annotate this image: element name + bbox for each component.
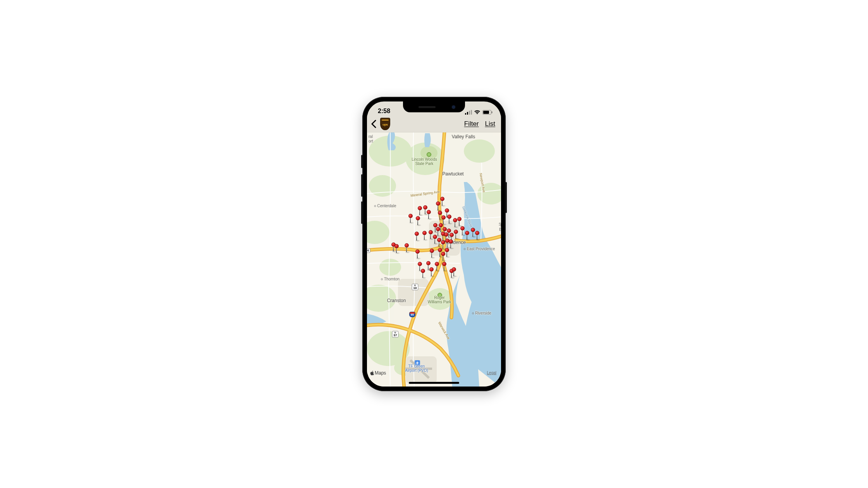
svg-rect-3 [471, 110, 472, 115]
volume-up [361, 174, 363, 197]
park-marker [427, 152, 431, 157]
location-pin[interactable] [394, 244, 399, 253]
location-pin[interactable] [404, 243, 409, 253]
svg-rect-5 [483, 111, 489, 114]
back-button[interactable] [369, 118, 378, 130]
airport-icon [415, 360, 420, 366]
location-pin[interactable] [451, 267, 456, 277]
location-pin[interactable] [442, 262, 446, 271]
route-shield: 6 [367, 248, 370, 253]
cellular-icon [465, 110, 472, 115]
location-pin[interactable] [460, 226, 465, 235]
location-pin[interactable] [448, 239, 453, 249]
home-indicator[interactable] [409, 382, 459, 384]
svg-point-10 [369, 175, 396, 197]
park-marker [437, 293, 442, 297]
ups-logo-text: ups [382, 123, 388, 126]
location-pin[interactable] [415, 216, 420, 225]
svg-rect-1 [467, 112, 468, 115]
front-camera [452, 105, 455, 109]
location-pin[interactable] [414, 232, 419, 241]
volume-down [361, 201, 363, 224]
svg-rect-0 [465, 113, 466, 115]
mute-switch [361, 155, 363, 168]
notch [403, 101, 465, 112]
battery-icon [482, 110, 493, 115]
screen: 2:58 [367, 101, 501, 387]
location-pin[interactable] [453, 230, 458, 239]
location-pin[interactable] [444, 248, 449, 257]
navbar: ups Filter List [367, 115, 501, 132]
legal-link[interactable]: Legal [487, 371, 496, 375]
chevron-left-icon [371, 120, 376, 128]
status-icons [465, 110, 493, 115]
map-view[interactable]: Maps Legal Valley FallsPawtucketCenterda… [367, 132, 501, 387]
svg-rect-2 [469, 111, 470, 115]
svg-point-13 [379, 259, 401, 276]
filter-button[interactable]: Filter [462, 119, 481, 129]
maps-attribution-text: Maps [375, 370, 386, 376]
location-pin[interactable] [465, 231, 469, 240]
list-button[interactable]: List [483, 119, 497, 129]
location-pin[interactable] [420, 269, 425, 278]
location-pin[interactable] [417, 206, 422, 215]
apple-logo-icon [370, 371, 374, 375]
ups-logo: ups [380, 118, 390, 130]
speaker [418, 106, 436, 108]
route-shield: RI37 [392, 331, 399, 338]
location-pin[interactable] [422, 231, 427, 240]
power-button [505, 182, 507, 213]
location-pin[interactable] [429, 267, 434, 277]
location-pin[interactable] [440, 197, 444, 206]
location-pin[interactable] [415, 249, 420, 259]
location-pin[interactable] [447, 215, 451, 224]
ups-shield-icon: ups [380, 118, 390, 130]
status-time: 2:58 [378, 108, 390, 115]
location-pin[interactable] [436, 201, 440, 211]
location-pin[interactable] [408, 214, 413, 223]
svg-point-11 [464, 139, 495, 163]
apple-maps-attribution: Maps [370, 370, 386, 376]
svg-rect-6 [492, 112, 493, 113]
route-shield: RI10 [412, 284, 418, 290]
route-shield: 95 [409, 312, 415, 317]
location-pin[interactable] [429, 249, 434, 258]
location-pin[interactable] [434, 262, 439, 271]
location-pin[interactable] [475, 231, 479, 240]
location-pin[interactable] [457, 217, 462, 226]
wifi-icon [474, 110, 480, 115]
location-pin[interactable] [426, 210, 431, 219]
map-basemap [367, 132, 501, 387]
phone-frame: 2:58 [362, 97, 506, 391]
